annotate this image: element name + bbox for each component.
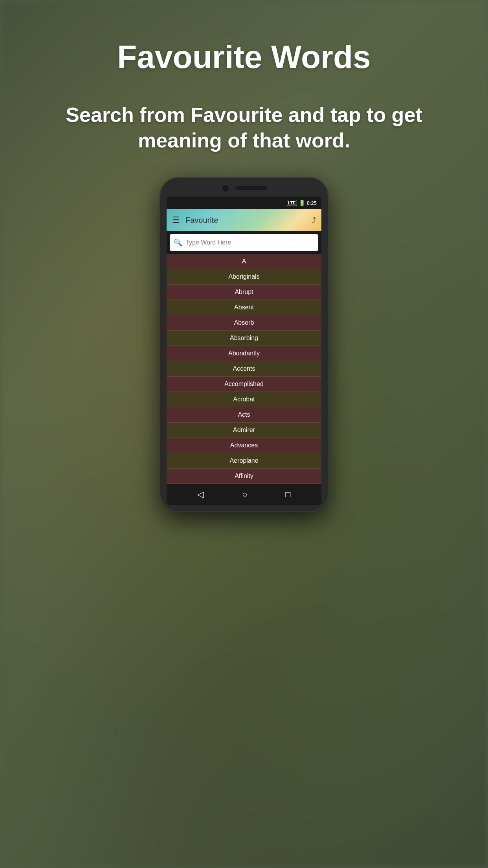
phone-screen: LTE 🔋 8:25 ☰ Favourite ⤴ 🔍 AAboriginalsA… [167, 197, 321, 505]
list-item[interactable]: Abundantly [167, 346, 321, 361]
app-header: ☰ Favourite ⤴ [167, 209, 321, 231]
list-item[interactable]: Absent [167, 300, 321, 315]
list-item[interactable]: Absorb [167, 315, 321, 331]
list-item[interactable]: Acrobat [167, 392, 321, 407]
clock: 8:25 [307, 200, 317, 206]
nav-bar: ◁ ○ □ [167, 484, 321, 505]
phone-camera [221, 184, 230, 193]
list-item[interactable]: Advances [167, 438, 321, 453]
list-item[interactable]: Aeroplane [167, 453, 321, 469]
app-title: Favourite [185, 216, 312, 225]
menu-icon[interactable]: ☰ [172, 215, 180, 225]
list-item[interactable]: A [167, 254, 321, 269]
search-bar[interactable]: 🔍 [170, 234, 318, 251]
search-input[interactable] [185, 239, 314, 246]
page-title: Favourite Words [117, 39, 371, 75]
share-icon[interactable]: ⤴ [312, 216, 316, 225]
list-item[interactable]: Admirer [167, 423, 321, 438]
recent-button[interactable]: □ [285, 489, 290, 500]
list-item[interactable]: Affinity [167, 469, 321, 484]
home-button[interactable]: ○ [242, 489, 247, 500]
list-item[interactable]: Absorbing [167, 331, 321, 346]
lte-indicator: LTE [287, 200, 297, 206]
battery-icon: 🔋 [299, 200, 305, 206]
status-bar: LTE 🔋 8:25 [167, 197, 321, 209]
list-item[interactable]: Accents [167, 361, 321, 377]
list-item[interactable]: Aboriginals [167, 269, 321, 285]
phone-mockup: LTE 🔋 8:25 ☰ Favourite ⤴ 🔍 AAboriginalsA… [160, 177, 328, 512]
list-item[interactable]: Accomplished [167, 377, 321, 392]
page-subtitle: Search from Favourite and tap to get mea… [0, 102, 488, 153]
phone-speaker [235, 186, 267, 190]
list-item[interactable]: Acts [167, 407, 321, 423]
list-item[interactable]: Abrupt [167, 285, 321, 300]
back-button[interactable]: ◁ [197, 489, 204, 500]
search-icon: 🔍 [174, 238, 182, 247]
word-list: AAboriginalsAbruptAbsentAbsorbAbsorbingA… [167, 254, 321, 484]
